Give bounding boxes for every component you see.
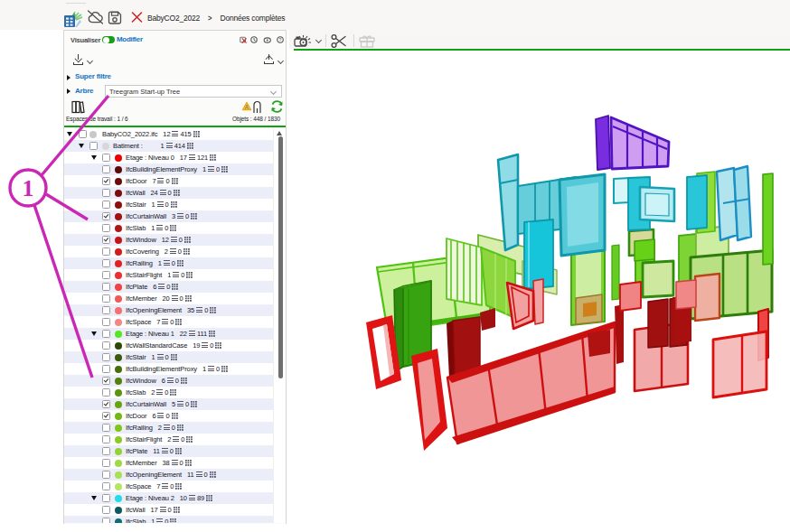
svg-text:1: 1 (23, 175, 34, 201)
